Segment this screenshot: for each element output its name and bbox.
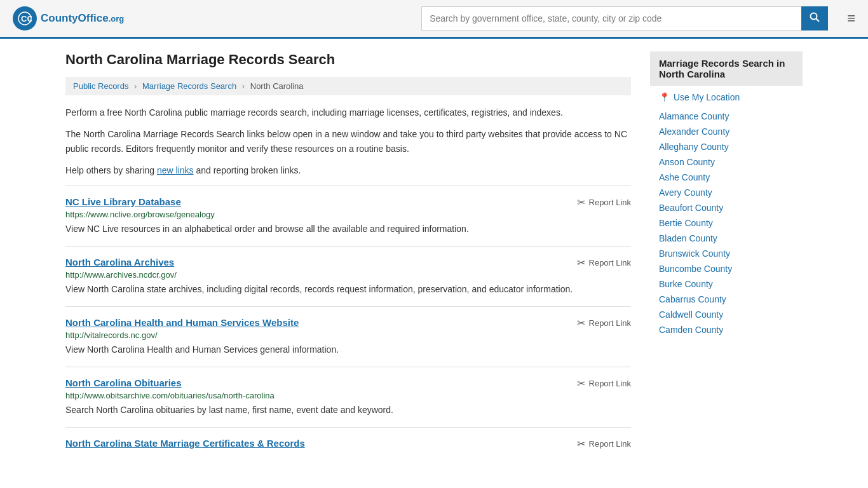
report-link-label: Report Link xyxy=(589,379,631,388)
county-link[interactable]: Beaufort County xyxy=(659,203,723,213)
page-title: North Carolina Marriage Records Search xyxy=(65,51,631,68)
svg-text:CO: CO xyxy=(21,14,32,24)
breadcrumb-current: North Carolina xyxy=(250,81,304,91)
record-header: North Carolina Health and Human Services… xyxy=(65,317,631,330)
report-link-label: Report Link xyxy=(589,318,631,328)
county-link[interactable]: Camden County xyxy=(659,325,723,335)
record-header: North Carolina Archives ✂ Report Link xyxy=(65,257,631,270)
county-link[interactable]: Alleghany County xyxy=(659,142,729,152)
record-title-link[interactable]: North Carolina Archives xyxy=(65,257,174,268)
report-link-button[interactable]: ✂ Report Link xyxy=(577,377,631,390)
logo-icon: CO xyxy=(13,6,37,30)
sidebar-title: Marriage Records Search in North Carolin… xyxy=(650,51,803,86)
record-url: http://www.archives.ncdcr.gov/ xyxy=(65,270,631,280)
svg-point-2 xyxy=(811,13,817,20)
list-item: Alamance County xyxy=(650,109,803,124)
breadcrumb-public-records[interactable]: Public Records xyxy=(73,81,128,91)
record-description: View North Carolina Health and Human Ser… xyxy=(65,343,631,356)
record-description: View NC Live resources in an alphabetica… xyxy=(65,222,631,236)
record-title-link[interactable]: North Carolina State Marriage Certificat… xyxy=(65,438,305,449)
report-link-button[interactable]: ✂ Report Link xyxy=(577,196,631,208)
list-item: Ashe County xyxy=(650,170,803,185)
breadcrumb: Public Records › Marriage Records Search… xyxy=(65,77,631,95)
record-url: http://vitalrecords.nc.gov/ xyxy=(65,330,631,340)
report-link-button[interactable]: ✂ Report Link xyxy=(577,317,631,329)
list-item: Alleghany County xyxy=(650,139,803,154)
county-link[interactable]: Alexander County xyxy=(659,126,729,137)
record-item: North Carolina Obituaries ✂ Report Link … xyxy=(65,367,631,427)
record-title-link[interactable]: North Carolina Obituaries xyxy=(65,377,182,388)
county-link[interactable]: Avery County xyxy=(659,187,712,198)
list-item: Camden County xyxy=(650,322,803,337)
report-link-button[interactable]: ✂ Report Link xyxy=(577,438,631,450)
county-link[interactable]: Burke County xyxy=(659,279,713,289)
list-item: Caldwell County xyxy=(650,307,803,322)
records-list: NC Live Library Database ✂ Report Link h… xyxy=(65,186,631,461)
list-item: Anson County xyxy=(650,154,803,170)
logo-text: CountyOffice.org xyxy=(41,12,124,25)
list-item: Buncombe County xyxy=(650,261,803,276)
report-link-label: Report Link xyxy=(589,198,631,207)
report-icon: ✂ xyxy=(577,317,585,329)
breadcrumb-marriage-records[interactable]: Marriage Records Search xyxy=(142,81,236,91)
report-link-label: Report Link xyxy=(589,439,631,449)
record-item: North Carolina State Marriage Certificat… xyxy=(65,427,631,461)
list-item: Beaufort County xyxy=(650,200,803,215)
record-url: https://www.nclive.org/browse/genealogy xyxy=(65,210,631,219)
report-icon: ✂ xyxy=(577,196,585,208)
new-links-link[interactable]: new links xyxy=(157,165,194,175)
search-bar xyxy=(421,6,828,30)
record-item: NC Live Library Database ✂ Report Link h… xyxy=(65,186,631,246)
description-3: Help others by sharing new links and rep… xyxy=(65,163,631,177)
record-title-link[interactable]: NC Live Library Database xyxy=(65,196,181,207)
county-list: Alamance CountyAlexander CountyAlleghany… xyxy=(650,106,803,340)
record-header: NC Live Library Database ✂ Report Link xyxy=(65,196,631,210)
search-button[interactable] xyxy=(801,6,828,30)
list-item: Bladen County xyxy=(650,231,803,246)
report-link-label: Report Link xyxy=(589,258,631,268)
record-title-link[interactable]: North Carolina Health and Human Services… xyxy=(65,317,299,328)
county-link[interactable]: Anson County xyxy=(659,157,715,167)
report-icon: ✂ xyxy=(577,438,585,450)
report-link-button[interactable]: ✂ Report Link xyxy=(577,257,631,269)
report-icon: ✂ xyxy=(577,257,585,269)
sidebar: Marriage Records Search in North Carolin… xyxy=(650,51,803,461)
county-link[interactable]: Bertie County xyxy=(659,218,713,228)
record-header: North Carolina State Marriage Certificat… xyxy=(65,438,631,451)
location-pin-icon: 📍 xyxy=(659,92,670,102)
list-item: Burke County xyxy=(650,276,803,292)
county-link[interactable]: Cabarrus County xyxy=(659,294,726,304)
county-link[interactable]: Ashe County xyxy=(659,172,710,182)
county-link[interactable]: Brunswick County xyxy=(659,248,730,259)
record-item: North Carolina Health and Human Services… xyxy=(65,306,631,367)
list-item: Brunswick County xyxy=(650,246,803,261)
svg-line-3 xyxy=(817,19,820,22)
record-url: http://www.obitsarchive.com/obituaries/u… xyxy=(65,391,631,400)
list-item: Bertie County xyxy=(650,215,803,231)
record-description: Search North Carolina obituaries by last… xyxy=(65,403,631,417)
description-2: The North Carolina Marriage Records Sear… xyxy=(65,127,631,156)
list-item: Avery County xyxy=(650,185,803,200)
report-icon: ✂ xyxy=(577,377,585,390)
county-link[interactable]: Bladen County xyxy=(659,233,717,243)
county-link[interactable]: Alamance County xyxy=(659,111,729,121)
hamburger-menu-button[interactable]: ≡ xyxy=(847,10,855,27)
list-item: Alexander County xyxy=(650,124,803,139)
description-1: Perform a free North Carolina public mar… xyxy=(65,105,631,119)
site-logo[interactable]: CO CountyOffice.org xyxy=(13,6,124,30)
content-area: North Carolina Marriage Records Search P… xyxy=(65,51,631,461)
record-item: North Carolina Archives ✂ Report Link ht… xyxy=(65,246,631,306)
county-link[interactable]: Buncombe County xyxy=(659,264,732,274)
site-header: CO CountyOffice.org ≡ xyxy=(0,0,868,39)
main-container: North Carolina Marriage Records Search P… xyxy=(53,39,815,474)
use-my-location-link[interactable]: 📍 Use My Location xyxy=(650,86,803,106)
search-input[interactable] xyxy=(421,6,801,30)
record-description: View North Carolina state archives, incl… xyxy=(65,283,631,296)
county-link[interactable]: Caldwell County xyxy=(659,309,723,320)
list-item: Cabarrus County xyxy=(650,292,803,307)
record-header: North Carolina Obituaries ✂ Report Link xyxy=(65,377,631,391)
